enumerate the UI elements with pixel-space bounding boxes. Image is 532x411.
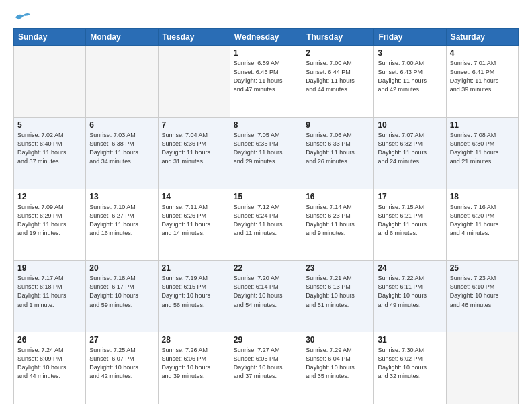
weekday-header-monday: Monday — [86, 29, 158, 46]
day-number: 5 — [17, 120, 82, 130]
day-info: Sunrise: 7:12 AM Sunset: 6:24 PM Dayligh… — [234, 203, 298, 238]
calendar-cell: 6Sunrise: 7:03 AM Sunset: 6:38 PM Daylig… — [86, 117, 158, 189]
day-number: 9 — [306, 120, 370, 130]
day-info: Sunrise: 7:03 AM Sunset: 6:38 PM Dayligh… — [89, 131, 154, 166]
day-number: 31 — [378, 335, 442, 345]
day-number: 8 — [234, 120, 298, 130]
day-number: 6 — [89, 120, 154, 130]
weekday-header-row: SundayMondayTuesdayWednesdayThursdayFrid… — [14, 29, 519, 46]
calendar-cell: 25Sunrise: 7:23 AM Sunset: 6:10 PM Dayli… — [446, 261, 518, 332]
calendar-cell: 22Sunrise: 7:20 AM Sunset: 6:14 PM Dayli… — [230, 261, 302, 332]
logo — [13, 12, 32, 23]
calendar-cell: 21Sunrise: 7:19 AM Sunset: 6:15 PM Dayli… — [158, 261, 230, 332]
day-info: Sunrise: 7:06 AM Sunset: 6:33 PM Dayligh… — [306, 131, 370, 166]
day-info: Sunrise: 7:00 AM Sunset: 6:44 PM Dayligh… — [306, 59, 370, 94]
day-number: 13 — [89, 192, 154, 201]
calendar-cell: 2Sunrise: 7:00 AM Sunset: 6:44 PM Daylig… — [302, 46, 374, 118]
weekday-header-friday: Friday — [374, 29, 446, 46]
day-number: 30 — [306, 335, 370, 345]
day-number: 10 — [378, 120, 442, 130]
day-info: Sunrise: 7:17 AM Sunset: 6:18 PM Dayligh… — [17, 274, 82, 309]
day-number: 1 — [234, 48, 298, 58]
day-number: 2 — [306, 48, 370, 58]
day-info: Sunrise: 7:22 AM Sunset: 6:11 PM Dayligh… — [378, 274, 442, 309]
day-info: Sunrise: 7:27 AM Sunset: 6:05 PM Dayligh… — [234, 346, 298, 381]
calendar-cell — [86, 46, 158, 118]
calendar-week-row: 26Sunrise: 7:24 AM Sunset: 6:09 PM Dayli… — [14, 332, 519, 404]
day-number: 28 — [162, 335, 226, 345]
day-number: 29 — [234, 335, 298, 345]
day-info: Sunrise: 7:11 AM Sunset: 6:26 PM Dayligh… — [162, 203, 226, 238]
calendar-cell — [158, 46, 230, 118]
weekday-header-wednesday: Wednesday — [230, 29, 302, 46]
calendar-cell: 23Sunrise: 7:21 AM Sunset: 6:13 PM Dayli… — [302, 261, 374, 332]
day-number: 24 — [378, 263, 442, 273]
day-info: Sunrise: 7:24 AM Sunset: 6:09 PM Dayligh… — [17, 346, 82, 381]
weekday-header-saturday: Saturday — [446, 29, 518, 46]
day-info: Sunrise: 7:08 AM Sunset: 6:30 PM Dayligh… — [450, 131, 515, 166]
day-info: Sunrise: 7:25 AM Sunset: 6:07 PM Dayligh… — [89, 346, 154, 381]
day-info: Sunrise: 7:23 AM Sunset: 6:10 PM Dayligh… — [450, 274, 515, 309]
day-info: Sunrise: 7:09 AM Sunset: 6:29 PM Dayligh… — [17, 203, 82, 238]
day-number: 18 — [450, 192, 515, 201]
day-info: Sunrise: 7:04 AM Sunset: 6:36 PM Dayligh… — [162, 131, 226, 166]
calendar-cell: 31Sunrise: 7:30 AM Sunset: 6:02 PM Dayli… — [374, 332, 446, 404]
calendar-cell: 24Sunrise: 7:22 AM Sunset: 6:11 PM Dayli… — [374, 261, 446, 332]
calendar-cell: 13Sunrise: 7:10 AM Sunset: 6:27 PM Dayli… — [86, 189, 158, 261]
day-number: 15 — [234, 192, 298, 201]
day-info: Sunrise: 6:59 AM Sunset: 6:46 PM Dayligh… — [234, 59, 298, 94]
day-info: Sunrise: 7:00 AM Sunset: 6:43 PM Dayligh… — [378, 59, 442, 94]
day-info: Sunrise: 7:26 AM Sunset: 6:06 PM Dayligh… — [162, 346, 226, 381]
day-info: Sunrise: 7:15 AM Sunset: 6:21 PM Dayligh… — [378, 203, 442, 238]
day-number: 14 — [162, 192, 226, 201]
weekday-header-thursday: Thursday — [302, 29, 374, 46]
calendar-cell: 30Sunrise: 7:29 AM Sunset: 6:04 PM Dayli… — [302, 332, 374, 404]
calendar-cell: 14Sunrise: 7:11 AM Sunset: 6:26 PM Dayli… — [158, 189, 230, 261]
calendar-cell: 7Sunrise: 7:04 AM Sunset: 6:36 PM Daylig… — [158, 117, 230, 189]
header — [13, 12, 519, 23]
day-info: Sunrise: 7:20 AM Sunset: 6:14 PM Dayligh… — [234, 274, 298, 309]
calendar-week-row: 12Sunrise: 7:09 AM Sunset: 6:29 PM Dayli… — [14, 189, 519, 261]
calendar-week-row: 1Sunrise: 6:59 AM Sunset: 6:46 PM Daylig… — [14, 46, 519, 118]
day-number: 7 — [162, 120, 226, 130]
day-number: 3 — [378, 48, 442, 58]
calendar-cell: 16Sunrise: 7:14 AM Sunset: 6:23 PM Dayli… — [302, 189, 374, 261]
day-number: 17 — [378, 192, 442, 201]
calendar-cell: 9Sunrise: 7:06 AM Sunset: 6:33 PM Daylig… — [302, 117, 374, 189]
calendar-cell: 1Sunrise: 6:59 AM Sunset: 6:46 PM Daylig… — [230, 46, 302, 118]
calendar-cell: 10Sunrise: 7:07 AM Sunset: 6:32 PM Dayli… — [374, 117, 446, 189]
calendar-cell: 12Sunrise: 7:09 AM Sunset: 6:29 PM Dayli… — [14, 189, 86, 261]
calendar-cell: 4Sunrise: 7:01 AM Sunset: 6:41 PM Daylig… — [446, 46, 518, 118]
day-number: 23 — [306, 263, 370, 273]
day-info: Sunrise: 7:02 AM Sunset: 6:40 PM Dayligh… — [17, 131, 82, 166]
day-number: 16 — [306, 192, 370, 201]
calendar-cell: 3Sunrise: 7:00 AM Sunset: 6:43 PM Daylig… — [374, 46, 446, 118]
day-info: Sunrise: 7:29 AM Sunset: 6:04 PM Dayligh… — [306, 346, 370, 381]
bird-icon — [13, 12, 32, 23]
day-info: Sunrise: 7:05 AM Sunset: 6:35 PM Dayligh… — [234, 131, 298, 166]
calendar-cell: 29Sunrise: 7:27 AM Sunset: 6:05 PM Dayli… — [230, 332, 302, 404]
day-number: 12 — [17, 192, 82, 201]
day-number: 11 — [450, 120, 515, 130]
day-info: Sunrise: 7:18 AM Sunset: 6:17 PM Dayligh… — [89, 274, 154, 309]
day-number: 20 — [89, 263, 154, 273]
day-number: 19 — [17, 263, 82, 273]
calendar-cell: 20Sunrise: 7:18 AM Sunset: 6:17 PM Dayli… — [86, 261, 158, 332]
calendar-cell: 18Sunrise: 7:16 AM Sunset: 6:20 PM Dayli… — [446, 189, 518, 261]
day-info: Sunrise: 7:14 AM Sunset: 6:23 PM Dayligh… — [306, 203, 370, 238]
calendar-table: SundayMondayTuesdayWednesdayThursdayFrid… — [13, 28, 519, 404]
day-number: 25 — [450, 263, 515, 273]
weekday-header-tuesday: Tuesday — [158, 29, 230, 46]
calendar-cell — [14, 46, 86, 118]
day-info: Sunrise: 7:21 AM Sunset: 6:13 PM Dayligh… — [306, 274, 370, 309]
calendar-cell: 19Sunrise: 7:17 AM Sunset: 6:18 PM Dayli… — [14, 261, 86, 332]
day-number: 22 — [234, 263, 298, 273]
day-info: Sunrise: 7:01 AM Sunset: 6:41 PM Dayligh… — [450, 59, 515, 94]
weekday-header-sunday: Sunday — [14, 29, 86, 46]
calendar-week-row: 5Sunrise: 7:02 AM Sunset: 6:40 PM Daylig… — [14, 117, 519, 189]
calendar-week-row: 19Sunrise: 7:17 AM Sunset: 6:18 PM Dayli… — [14, 261, 519, 332]
calendar-cell — [446, 332, 518, 404]
day-info: Sunrise: 7:10 AM Sunset: 6:27 PM Dayligh… — [89, 203, 154, 238]
day-info: Sunrise: 7:07 AM Sunset: 6:32 PM Dayligh… — [378, 131, 442, 166]
day-info: Sunrise: 7:30 AM Sunset: 6:02 PM Dayligh… — [378, 346, 442, 381]
